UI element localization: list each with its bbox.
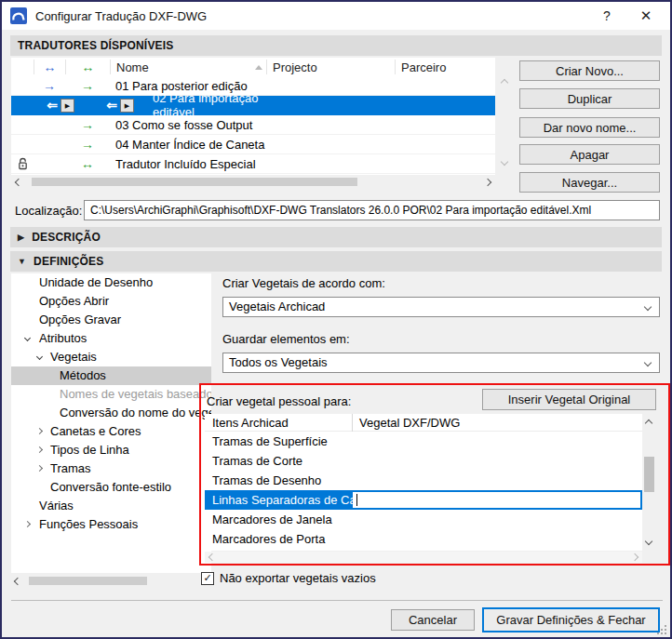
save-direction-column-header[interactable]: ↔ bbox=[65, 60, 110, 74]
dxf-dwg-translation-setup-dialog: Configurar Tradução DXF-DWG ? ✕ TRADUTOR… bbox=[0, 0, 672, 639]
custom-layer-annotation-box: Criar vegetal pessoal para: Inserir Vege… bbox=[199, 383, 670, 566]
menu-arrow-icon: ▶ bbox=[125, 102, 129, 109]
scroll-up-icon[interactable] bbox=[645, 419, 652, 427]
scroll-left-icon[interactable] bbox=[15, 178, 22, 185]
custom-layer-row-selected[interactable]: Linhas Separadoras de Cam... bbox=[205, 490, 642, 510]
tree-expander-collapsed-icon[interactable] bbox=[24, 521, 31, 527]
create-layers-dropdown[interactable]: Vegetais Archicad bbox=[222, 297, 660, 317]
two-way-arrow-icon: ↔ bbox=[81, 157, 94, 170]
tree-horizontal-scrollbar[interactable] bbox=[11, 575, 211, 587]
tree-item-opcoes-abrir[interactable]: Opções Abrir bbox=[11, 292, 211, 311]
custom-layer-row[interactable]: Marcadores de Janela bbox=[205, 510, 642, 529]
tree-expander-expanded-icon[interactable] bbox=[24, 335, 31, 341]
tree-item-conversao-fonte-estilo[interactable]: Conversão fonte-estilo bbox=[11, 478, 211, 497]
help-button[interactable]: ? bbox=[588, 2, 625, 30]
scroll-left-icon[interactable] bbox=[14, 577, 21, 584]
translator-row[interactable]: ↔ Tradutor Incluído Especial bbox=[11, 154, 495, 174]
rename-button[interactable]: Dar novo nome... bbox=[519, 117, 660, 138]
scrollbar-thumb[interactable] bbox=[29, 577, 147, 585]
tree-expander-expanded-icon[interactable] bbox=[36, 353, 43, 360]
archicad-app-icon bbox=[10, 7, 27, 24]
open-options-menu-button[interactable]: ▶ bbox=[60, 99, 74, 113]
create-layers-value: Vegetais Archicad bbox=[229, 300, 325, 313]
tree-item-funcoes-pessoais[interactable]: Funções Pessoais bbox=[11, 515, 211, 534]
duplicate-button[interactable]: Duplicar bbox=[519, 88, 660, 109]
save-elements-dropdown[interactable]: Todos os Vegetais bbox=[222, 353, 660, 373]
checkbox-checked-icon[interactable]: ✓ bbox=[201, 572, 214, 585]
scrollbar-thumb[interactable] bbox=[32, 178, 357, 186]
tree-item-unidade-de-desenho[interactable]: Unidade de Desenho bbox=[11, 273, 211, 292]
create-new-button[interactable]: Criar Novo... bbox=[519, 60, 660, 81]
custom-layer-vertical-scrollbar[interactable] bbox=[642, 414, 656, 551]
tree-item-atributos[interactable]: Atributos bbox=[11, 329, 211, 348]
scroll-down-icon[interactable] bbox=[501, 158, 508, 166]
scrollbar-thumb[interactable] bbox=[644, 457, 654, 492]
custom-layer-row[interactable]: Tramas de Desenho bbox=[205, 471, 642, 490]
menu-arrow-icon: ▶ bbox=[65, 102, 70, 109]
browse-button[interactable]: Navegar... bbox=[519, 172, 660, 193]
description-section-header[interactable]: ▶ DESCRIÇÃO bbox=[10, 227, 662, 247]
open-direction-column-header[interactable]: ↔ bbox=[34, 60, 65, 74]
tree-expander-collapsed-icon[interactable] bbox=[36, 465, 43, 472]
lock-column-header bbox=[11, 60, 34, 74]
cancel-button[interactable]: Cancelar bbox=[391, 609, 475, 631]
save-options-menu-button[interactable]: ▶ bbox=[120, 99, 134, 113]
no-empty-layers-checkbox-row[interactable]: ✓ Não exportar vegetais vazios bbox=[201, 571, 376, 585]
close-icon[interactable]: ✕ bbox=[627, 2, 665, 30]
project-column-header[interactable]: Projecto bbox=[266, 60, 395, 74]
tree-item-varias[interactable]: Várias bbox=[11, 497, 211, 515]
translator-row-selected[interactable]: ⇐ ▶ ⇐ ▶ 02 Para importação editável bbox=[11, 96, 495, 115]
tree-item-tramas[interactable]: Tramas bbox=[11, 459, 211, 478]
left-arrow-icon: ⇐ bbox=[47, 99, 58, 112]
title-bar: Configurar Tradução DXF-DWG ? ✕ bbox=[2, 2, 670, 30]
custom-layer-row[interactable]: Tramas de Superfície bbox=[205, 432, 642, 451]
partner-column-header[interactable]: Parceiro bbox=[395, 60, 495, 74]
scroll-down-icon[interactable] bbox=[645, 538, 652, 545]
tree-item-conversao-nome-vegetal[interactable]: Conversão do nome do vegeta bbox=[11, 404, 211, 422]
create-layers-label: Criar Vegetais de acordo com: bbox=[222, 276, 385, 290]
tree-item-vegetais[interactable]: Vegetais bbox=[11, 348, 211, 366]
no-empty-layers-label: Não exportar vegetais vazios bbox=[220, 571, 376, 585]
name-column-header[interactable]: Nome bbox=[110, 60, 266, 74]
text-caret bbox=[356, 494, 357, 506]
dxf-dwg-layer-column-header: Vegetal DXF/DWG bbox=[353, 416, 642, 430]
tree-item-opcoes-gravar[interactable]: Opções Gravar bbox=[11, 311, 211, 329]
custom-layer-table[interactable]: Itens Archicad Vegetal DXF/DWG Tramas de… bbox=[205, 414, 642, 551]
settings-tree: Unidade de Desenho Opções Abrir Opções G… bbox=[11, 273, 211, 573]
left-arrow-icon: ⇐ bbox=[106, 99, 117, 112]
chevron-down-icon bbox=[644, 303, 652, 311]
selected-item-name: Linhas Separadoras de Cam... bbox=[207, 492, 353, 508]
tree-item-nomes-de-vegetais[interactable]: Nomes de vegetais baseados e bbox=[11, 385, 211, 404]
tree-item-tipos-de-linha[interactable]: Tipos de Linha bbox=[11, 441, 211, 459]
translator-name: Tradutor Incluído Especial bbox=[110, 157, 266, 171]
insert-original-layer-button[interactable]: Inserir Vegetal Original bbox=[482, 389, 656, 410]
settings-section-title: DEFINIÇÕES bbox=[34, 255, 103, 268]
resize-grip[interactable] bbox=[656, 624, 666, 634]
custom-layer-horizontal-scrollbar[interactable] bbox=[205, 552, 642, 563]
save-settings-close-button[interactable]: Gravar Definições & Fechar bbox=[482, 607, 660, 632]
translator-row[interactable]: → 04 Manter Índice de Caneta bbox=[11, 135, 495, 154]
layer-name-edit-field[interactable] bbox=[353, 492, 640, 508]
footer-divider bbox=[11, 600, 663, 601]
scroll-right-icon[interactable] bbox=[484, 178, 491, 185]
delete-button[interactable]: Apagar bbox=[519, 144, 660, 165]
right-arrow-icon: → bbox=[81, 138, 94, 151]
translators-horizontal-scrollbar[interactable] bbox=[11, 176, 495, 188]
tree-item-metodos-selected[interactable]: Métodos bbox=[11, 366, 211, 385]
save-elements-label: Guardar elementos em: bbox=[222, 332, 350, 346]
scroll-up-icon[interactable] bbox=[501, 79, 508, 87]
available-translators-header: TRADUTORES DÍSPONÍVEIS bbox=[10, 35, 662, 56]
tree-item-canetas-e-cores[interactable]: Canetas e Cores bbox=[11, 422, 211, 441]
tree-expander-collapsed-icon[interactable] bbox=[36, 428, 43, 434]
right-arrow-icon: → bbox=[81, 118, 94, 131]
location-field[interactable]: C:\Users\ArchiGraphi\Graphisoft\DXF-DWG … bbox=[84, 200, 660, 220]
scroll-right-icon[interactable] bbox=[631, 553, 638, 561]
translators-table-header: ↔ ↔ Nome Projecto Parceiro bbox=[11, 58, 495, 76]
custom-layer-row[interactable]: Marcadores de Porta bbox=[205, 529, 642, 549]
tree-expander-collapsed-icon[interactable] bbox=[36, 446, 43, 453]
translator-row[interactable]: → 03 Como se fosse Output bbox=[11, 115, 495, 135]
translators-table[interactable]: ↔ ↔ Nome Projecto Parceiro → → 01 Para p… bbox=[11, 58, 495, 175]
settings-section-header[interactable]: ▼ DEFINIÇÕES bbox=[10, 251, 662, 272]
scroll-left-icon[interactable] bbox=[208, 553, 216, 561]
custom-layer-row[interactable]: Tramas de Corte bbox=[205, 451, 642, 471]
